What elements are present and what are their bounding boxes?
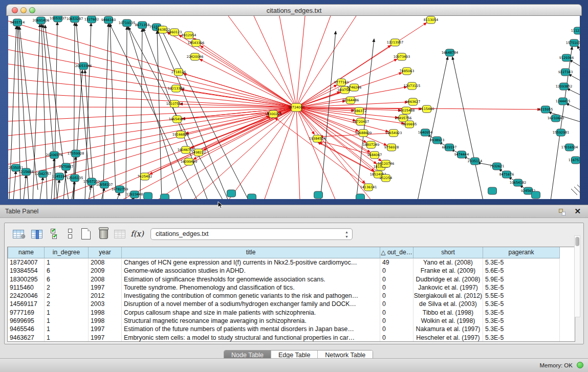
graph-node-label: 10120746 [378,162,395,166]
graph-node-teal[interactable] [248,194,256,199]
graph-node-label: 10654182 [510,181,527,185]
column-header-short[interactable]: short [413,247,483,258]
network-window-titlebar[interactable]: citations_edges.txt [6,4,582,16]
graph-node-label: 1112304 [571,29,580,33]
cell-out_de: 0 [380,334,413,341]
graph-node-label: 10688609 [355,131,372,135]
graph-node-label: 9227343 [558,70,573,74]
cell-title: Estimation of the future numbers of pati… [122,325,380,333]
graph-node-label: 20206576 [46,153,63,157]
cell-year: 1998 [89,317,122,325]
column-header-year[interactable]: year [89,247,122,258]
scrollbar-thumb[interactable] [575,237,579,246]
cell-name: 9465546 [8,325,45,333]
table-row[interactable]: 946362711997Embryonic stem cells: a mode… [8,334,575,341]
table-row[interactable]: 946554611997Estimation of the future num… [8,325,575,333]
cell-out_de: 0 [380,317,413,325]
column-header-in_degree[interactable]: in_degree [45,247,89,258]
cell-out_de: 0 [380,267,413,275]
column-settings-icon[interactable]: ⚙ [12,227,25,240]
graph-node-label: 2718126 [171,70,186,74]
table-row[interactable]: 969969511998Structural magnetic resonanc… [8,317,575,325]
graph-node-teal[interactable] [161,194,169,199]
cell-pagerank: 5.3E-5 [483,334,560,341]
graph-node-label: 9463627 [406,100,420,104]
graph-node-label: 18807249 [363,143,380,147]
graph-node-label: 1498222 [191,150,206,155]
cell-title: Corpus callosum shape and size in male p… [122,309,380,317]
table-selector-dropdown[interactable]: citations_edges.txt ▲▼ [150,228,353,240]
table-rows: 1872400712008Changes of HCN gene express… [8,258,575,341]
float-panel-icon[interactable] [559,209,565,215]
graph-node-teal[interactable] [488,187,497,194]
table-row[interactable]: 2242004622012Investigating the contribut… [8,292,575,300]
column-header-pagerank[interactable]: pagerank [483,247,560,258]
graph-node-label: 7485063 [400,69,414,73]
graph-node-label: 12342757 [35,172,52,176]
table-vertical-scrollbar[interactable] [574,235,580,317]
column-header-title[interactable]: title [122,247,380,258]
graph-node-label: 9474444 [454,152,469,157]
cell-name: 9699695 [8,317,45,325]
graph-node-label: 9466160 [101,18,116,22]
table-row[interactable]: 1456911722003Disruption of a novel membe… [8,300,575,308]
table-row[interactable]: 1830029562008Estimation of significance … [8,275,575,283]
graph-node-label: 1244415 [556,99,570,103]
network-canvas[interactable]: 9455724206914061005323710653287132760294… [8,16,580,199]
graph-node-teal[interactable] [532,191,540,199]
memory-status-indicator[interactable] [577,362,583,368]
graph-node-label: 12213369 [168,86,185,91]
cell-short: Hescheler et al. (1997) [413,334,483,341]
graph-node-teal[interactable] [356,194,365,199]
network-view-background: citations_edges.txt 94557242069140610053… [0,0,588,205]
select-column-icon[interactable] [30,227,43,240]
uncheck-all-icon[interactable] [64,227,77,240]
graph-node-label: 1215688 [19,170,33,174]
check-all-icon[interactable] [49,227,62,240]
cell-pagerank: 5.3E-5 [483,317,560,325]
cell-name: 9115460 [8,283,45,292]
graph-node-label: 9777169 [334,80,349,84]
table-row[interactable]: 1872400712008Changes of HCN gene express… [8,258,575,267]
cell-name: 18724007 [8,258,45,267]
cell-pagerank: 5.5E-5 [483,292,560,300]
table-row[interactable]: 977716911998Corpus callosum shape and si… [8,309,575,317]
window-title: citations_edges.txt [7,7,581,14]
new-table-icon[interactable] [79,227,93,240]
graph-node-label: 2935114 [468,159,482,163]
cell-title: Structural magnetic resonance image aver… [122,317,380,325]
cell-title: Genome-wide association studies in ADHD. [122,267,380,275]
graph-node-teal[interactable] [314,191,323,199]
table-row[interactable]: 911546021997Tourette syndrome. Phenomeno… [8,283,575,292]
cell-in_degree: 2 [45,283,89,292]
column-header-name[interactable]: name [8,247,45,258]
graph-node-label: 10653287 [67,17,83,21]
function-builder-icon[interactable]: f(x) [130,227,144,240]
graph-node-label: 12923448 [126,192,143,196]
cell-title: Tourette syndrome. Phenomenology and cla… [122,283,380,292]
delete-row-icon[interactable] [97,227,110,240]
graph-node-teal[interactable] [144,192,153,199]
column-header-out_de[interactable]: △ out_de… [380,247,413,258]
close-panel-icon[interactable]: ✕ [574,207,581,216]
graph-node-label: 19166825 [172,133,189,137]
graph-node-label: 8671358 [135,23,149,27]
table-row[interactable]: 1938455462009Genome-wide association stu… [8,267,575,275]
cell-in_degree: 6 [45,275,89,283]
cell-title: Disruption of a novel member of a sodium… [122,300,380,308]
cell-in_degree: 6 [45,267,89,275]
delete-table-icon[interactable] [113,227,126,240]
graph-node-label: 10025488 [398,108,415,113]
citation-network-graph[interactable]: 9455724206914061005323710653287132760294… [8,16,580,199]
cell-title: Changes of HCN gene expression and I(f) … [122,258,380,267]
cell-year: 1997 [89,283,122,292]
table-panel-header: Table Panel ✕ [0,205,588,218]
cell-name: 22420046 [8,292,45,300]
graph-node-label: 1145194 [52,174,67,179]
graph-node-teal[interactable] [227,190,236,197]
graph-node-label: 16720407 [353,120,369,124]
graph-node-label: 2535051 [9,166,23,170]
cell-short: Tibbo et al. (1998) [413,309,483,317]
graph-node-label: 20691406 [33,18,50,23]
graph-node-label: 10973493 [394,55,410,59]
